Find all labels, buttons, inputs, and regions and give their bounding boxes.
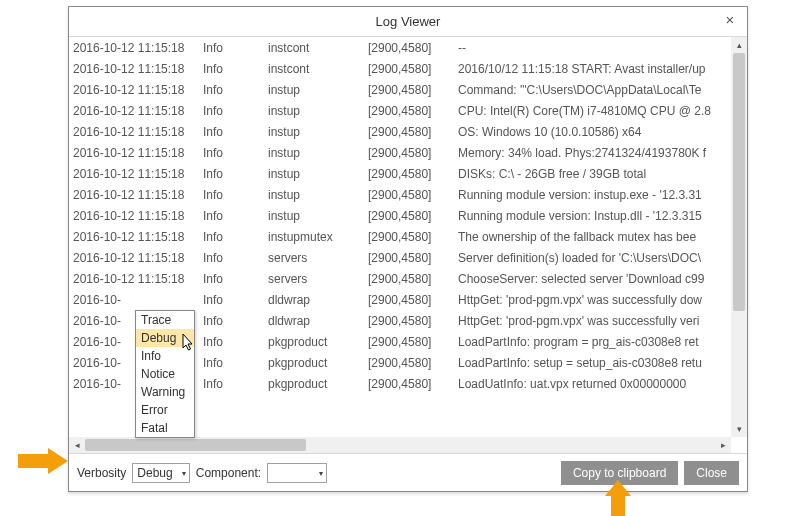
log-level: Info (199, 37, 264, 58)
table-row[interactable]: 2016-10-Infodldwrap[2900,4580]HttpGet: '… (69, 289, 747, 310)
svg-marker-1 (605, 480, 631, 516)
log-message: Memory: 34% load. Phys:2741324/4193780K … (454, 142, 747, 163)
log-pid: [2900,4580] (364, 226, 454, 247)
log-message: ChooseServer: selected server 'Download … (454, 268, 747, 289)
log-message: HttpGet: 'prod-pgm.vpx' was successfully… (454, 310, 747, 331)
scroll-up-icon[interactable]: ▴ (731, 37, 747, 53)
log-level: Info (199, 142, 264, 163)
table-row[interactable]: 2016-10-12 11:15:18Infoinstup[2900,4580]… (69, 142, 747, 163)
horizontal-scrollbar[interactable]: ◂ ▸ (69, 437, 731, 453)
log-timestamp: 2016-10-12 11:15:18 (69, 100, 199, 121)
log-level: Info (199, 100, 264, 121)
log-message: LoadPartInfo: program = prg_ais-c0308e8 … (454, 331, 747, 352)
log-message: LoadUatInfo: uat.vpx returned 0x00000000 (454, 373, 747, 394)
log-timestamp: 2016-10-12 11:15:18 (69, 121, 199, 142)
log-component: instup (264, 142, 364, 163)
scroll-right-icon[interactable]: ▸ (715, 437, 731, 453)
table-row[interactable]: 2016-10-12 11:15:18Infoinstup[2900,4580]… (69, 79, 747, 100)
log-pid: [2900,4580] (364, 289, 454, 310)
log-component: servers (264, 268, 364, 289)
table-row[interactable]: 2016-10-12 11:15:18Infoservers[2900,4580… (69, 247, 747, 268)
log-message: 2016/10/12 11:15:18 START: Avast install… (454, 58, 747, 79)
v-scroll-thumb[interactable] (733, 53, 745, 311)
log-timestamp: 2016-10-12 11:15:18 (69, 163, 199, 184)
log-message: The ownership of the fallback mutex has … (454, 226, 747, 247)
log-pid: [2900,4580] (364, 163, 454, 184)
log-component: instupmutex (264, 226, 364, 247)
table-row[interactable]: 2016-10-12 11:15:18Infoinstup[2900,4580]… (69, 205, 747, 226)
close-button[interactable]: Close (684, 461, 739, 485)
log-message: -- (454, 37, 747, 58)
verbosity-combobox[interactable]: Debug ▾ (132, 463, 189, 483)
log-component: instup (264, 184, 364, 205)
log-pid: [2900,4580] (364, 331, 454, 352)
verbosity-option-trace[interactable]: Trace (136, 311, 194, 329)
log-pid: [2900,4580] (364, 79, 454, 100)
log-timestamp: 2016-10-12 11:15:18 (69, 184, 199, 205)
table-row[interactable]: 2016-10-12 11:15:18Infoinstup[2900,4580]… (69, 184, 747, 205)
verbosity-option-warning[interactable]: Warning (136, 383, 194, 401)
log-component: pkgproduct (264, 331, 364, 352)
table-row[interactable]: 2016-10-12 11:15:18Infoinstcont[2900,458… (69, 37, 747, 58)
log-level: Info (199, 289, 264, 310)
log-level: Info (199, 205, 264, 226)
bottombar: Verbosity Debug ▾ Component: ▾ Copy to c… (69, 453, 747, 491)
log-level: Info (199, 58, 264, 79)
log-timestamp: 2016-10-12 11:15:18 (69, 37, 199, 58)
log-message: DISKs: C:\ - 26GB free / 39GB total (454, 163, 747, 184)
table-row[interactable]: 2016-10-12 11:15:18Infoinstup[2900,4580]… (69, 163, 747, 184)
h-scroll-thumb[interactable] (85, 439, 306, 451)
chevron-down-icon: ▾ (319, 469, 323, 478)
titlebar: Log Viewer × (69, 7, 747, 37)
log-pid: [2900,4580] (364, 310, 454, 331)
verbosity-option-error[interactable]: Error (136, 401, 194, 419)
log-message: CPU: Intel(R) Core(TM) i7-4810MQ CPU @ 2… (454, 100, 747, 121)
table-row[interactable]: 2016-10-12 11:15:18Infoinstupmutex[2900,… (69, 226, 747, 247)
verbosity-dropdown[interactable]: TraceDebugInfoNoticeWarningErrorFatal (135, 310, 195, 438)
vertical-scrollbar[interactable]: ▴ ▾ (731, 37, 747, 437)
table-row[interactable]: 2016-10-12 11:15:18Infoinstup[2900,4580]… (69, 100, 747, 121)
log-pid: [2900,4580] (364, 247, 454, 268)
log-timestamp: 2016-10-12 11:15:18 (69, 142, 199, 163)
cursor-icon (182, 334, 196, 355)
log-timestamp: 2016-10-12 11:15:18 (69, 226, 199, 247)
log-component: pkgproduct (264, 352, 364, 373)
component-combobox[interactable]: ▾ (267, 463, 327, 483)
scroll-left-icon[interactable]: ◂ (69, 437, 85, 453)
log-component: instup (264, 121, 364, 142)
verbosity-option-fatal[interactable]: Fatal (136, 419, 194, 437)
log-level: Info (199, 331, 264, 352)
log-timestamp: 2016-10- (69, 289, 199, 310)
log-component: pkgproduct (264, 373, 364, 394)
log-message: Running module version: Instup.dll - '12… (454, 205, 747, 226)
log-level: Info (199, 247, 264, 268)
log-message: Running module version: instup.exe - '12… (454, 184, 747, 205)
verbosity-option-notice[interactable]: Notice (136, 365, 194, 383)
log-timestamp: 2016-10-12 11:15:18 (69, 79, 199, 100)
log-pid: [2900,4580] (364, 205, 454, 226)
log-timestamp: 2016-10-12 11:15:18 (69, 205, 199, 226)
log-component: dldwrap (264, 289, 364, 310)
table-row[interactable]: 2016-10-12 11:15:18Infoservers[2900,4580… (69, 268, 747, 289)
log-message: OS: Windows 10 (10.0.10586) x64 (454, 121, 747, 142)
table-row[interactable]: 2016-10-12 11:15:18Infoinstcont[2900,458… (69, 58, 747, 79)
log-message: LoadPartInfo: setup = setup_ais-c0308e8 … (454, 352, 747, 373)
log-pid: [2900,4580] (364, 352, 454, 373)
scroll-down-icon[interactable]: ▾ (731, 421, 747, 437)
log-level: Info (199, 352, 264, 373)
log-component: instup (264, 163, 364, 184)
verbosity-label: Verbosity (77, 466, 126, 480)
chevron-down-icon: ▾ (182, 469, 186, 478)
close-icon[interactable]: × (721, 11, 739, 29)
log-pid: [2900,4580] (364, 142, 454, 163)
log-level: Info (199, 163, 264, 184)
log-level: Info (199, 121, 264, 142)
log-pid: [2900,4580] (364, 58, 454, 79)
log-message: Server definition(s) loaded for 'C:\User… (454, 247, 747, 268)
log-level: Info (199, 184, 264, 205)
log-pid: [2900,4580] (364, 121, 454, 142)
table-row[interactable]: 2016-10-12 11:15:18Infoinstup[2900,4580]… (69, 121, 747, 142)
component-label: Component: (196, 466, 261, 480)
verbosity-value: Debug (137, 466, 172, 480)
log-level: Info (199, 268, 264, 289)
